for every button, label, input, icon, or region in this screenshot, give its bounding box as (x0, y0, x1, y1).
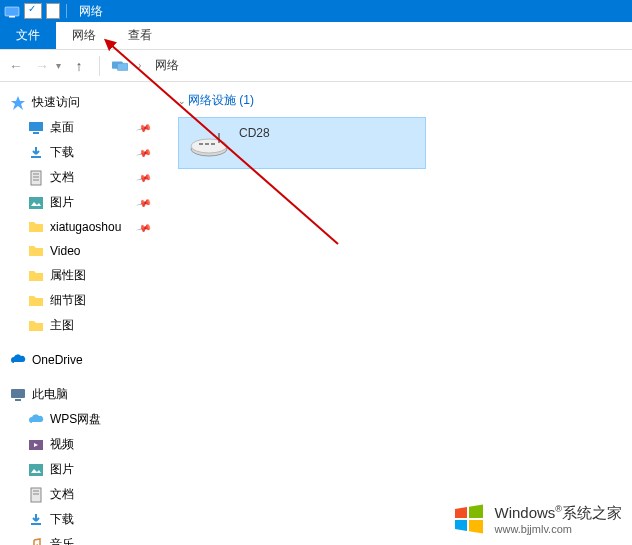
sidebar-item-label: xiatugaoshou (50, 220, 121, 234)
sidebar-item-label: 下载 (50, 144, 74, 161)
sidebar-item-pictures[interactable]: 图片 (10, 457, 162, 482)
star-icon (10, 95, 26, 111)
svg-marker-4 (11, 96, 25, 110)
sidebar-item-label: 图片 (50, 194, 74, 211)
windows-logo-icon (449, 499, 489, 539)
group-header-network-infra[interactable]: ⌄ 网络设施 (1) (172, 88, 622, 113)
sidebar-onedrive[interactable]: OneDrive (10, 348, 162, 372)
sidebar-item-downloads[interactable]: 下载 (10, 507, 162, 532)
sidebar-item-wps[interactable]: WPS网盘 (10, 407, 162, 432)
sidebar-item-folder[interactable]: 细节图 (10, 288, 162, 313)
folder-icon (28, 318, 44, 334)
sidebar-item-pictures[interactable]: 图片 📌 (10, 190, 162, 215)
title-bar: 网络 (0, 0, 632, 22)
main-content[interactable]: ⌄ 网络设施 (1) CD28 (162, 82, 632, 545)
divider (66, 4, 67, 18)
sidebar-item-downloads[interactable]: 下载 📌 (10, 140, 162, 165)
svg-point-23 (191, 139, 227, 153)
pictures-icon (28, 462, 44, 478)
sidebar-item-documents[interactable]: 文档 (10, 482, 162, 507)
tab-file[interactable]: 文件 (0, 22, 56, 49)
tab-view[interactable]: 查看 (112, 22, 168, 49)
watermark-brand: Windows (495, 504, 556, 521)
sidebar-item-label: 视频 (50, 436, 74, 453)
svg-rect-6 (33, 132, 39, 134)
sidebar-item-label: OneDrive (32, 353, 83, 367)
ribbon-tabs: 文件 网络 查看 (0, 22, 632, 50)
svg-marker-33 (469, 520, 483, 534)
watermark: Windows®系统之家 www.bjjmlv.com (449, 499, 623, 539)
music-icon (28, 537, 44, 546)
svg-rect-7 (31, 171, 41, 185)
svg-rect-25 (205, 143, 209, 145)
watermark-sub: 系统之家 (562, 504, 622, 521)
group-header-label: 网络设施 (1) (188, 92, 254, 109)
cloud-icon (28, 412, 44, 428)
sidebar-item-label: 下载 (50, 511, 74, 528)
sidebar-item-music[interactable]: 音乐 (10, 532, 162, 545)
sidebar-item-label: 属性图 (50, 267, 86, 284)
network-location-icon[interactable] (112, 58, 128, 74)
folder-icon (28, 293, 44, 309)
sidebar-item-label: 细节图 (50, 292, 86, 309)
sidebar-item-documents[interactable]: 文档 📌 (10, 165, 162, 190)
qat-dropdown-icon[interactable] (46, 3, 60, 19)
system-icon[interactable] (4, 3, 20, 19)
pin-icon: 📌 (136, 120, 152, 136)
sidebar-item-folder[interactable]: Video (10, 239, 162, 263)
sidebar-item-folder[interactable]: xiatugaoshou 📌 (10, 215, 162, 239)
device-name: CD28 (239, 126, 270, 140)
chevron-right-icon[interactable]: › (138, 60, 141, 71)
sidebar-this-pc[interactable]: 此电脑 (10, 382, 162, 407)
svg-rect-24 (199, 143, 203, 145)
sidebar-item-label: 桌面 (50, 119, 74, 136)
pin-icon: 📌 (136, 195, 152, 211)
sidebar-item-label: Video (50, 244, 80, 258)
device-tile[interactable]: CD28 (178, 117, 426, 169)
video-icon (28, 437, 44, 453)
svg-rect-3 (117, 63, 128, 70)
sidebar-item-label: 此电脑 (32, 386, 68, 403)
svg-rect-19 (31, 488, 41, 502)
svg-rect-0 (5, 7, 19, 16)
onedrive-icon (10, 352, 26, 368)
sidebar-item-label: 主图 (50, 317, 74, 334)
up-button[interactable]: ↑ (71, 58, 87, 74)
pin-icon: 📌 (136, 170, 152, 186)
navigation-pane[interactable]: 快速访问 桌面 📌 下载 📌 文档 📌 图片 📌 xiatugaoshou 📌 (0, 82, 162, 545)
pictures-icon (28, 195, 44, 211)
pin-icon: 📌 (136, 145, 152, 161)
sidebar-item-desktop[interactable]: 桌面 📌 (10, 115, 162, 140)
document-icon (28, 170, 44, 186)
computer-icon (10, 387, 26, 403)
download-icon (28, 145, 44, 161)
forward-button[interactable]: → (34, 58, 50, 74)
svg-marker-32 (455, 520, 467, 531)
svg-rect-11 (29, 197, 43, 209)
sidebar-item-label: 文档 (50, 486, 74, 503)
tab-network[interactable]: 网络 (56, 22, 112, 49)
history-dropdown-icon[interactable]: ▾ (56, 60, 61, 71)
sidebar-quick-access[interactable]: 快速访问 (10, 90, 162, 115)
svg-rect-13 (11, 389, 25, 398)
sidebar-item-folder[interactable]: 属性图 (10, 263, 162, 288)
svg-marker-31 (469, 505, 483, 519)
sidebar-item-videos[interactable]: 视频 (10, 432, 162, 457)
svg-rect-5 (29, 122, 43, 131)
window-title: 网络 (79, 3, 103, 20)
back-button[interactable]: ← (8, 58, 24, 74)
sidebar-item-label: 图片 (50, 461, 74, 478)
download-icon (28, 512, 44, 528)
address-text[interactable]: 网络 (155, 57, 179, 74)
chevron-down-icon: ⌄ (178, 96, 186, 106)
svg-rect-26 (211, 143, 215, 145)
svg-rect-14 (15, 399, 21, 401)
qat-properties-icon[interactable] (24, 3, 42, 19)
divider (99, 56, 100, 76)
svg-marker-30 (455, 507, 467, 518)
sidebar-item-label: 文档 (50, 169, 74, 186)
sidebar-item-folder[interactable]: 主图 (10, 313, 162, 338)
nav-bar: ← → ▾ ↑ › 网络 (0, 50, 632, 82)
document-icon (28, 487, 44, 503)
desktop-icon (28, 120, 44, 136)
